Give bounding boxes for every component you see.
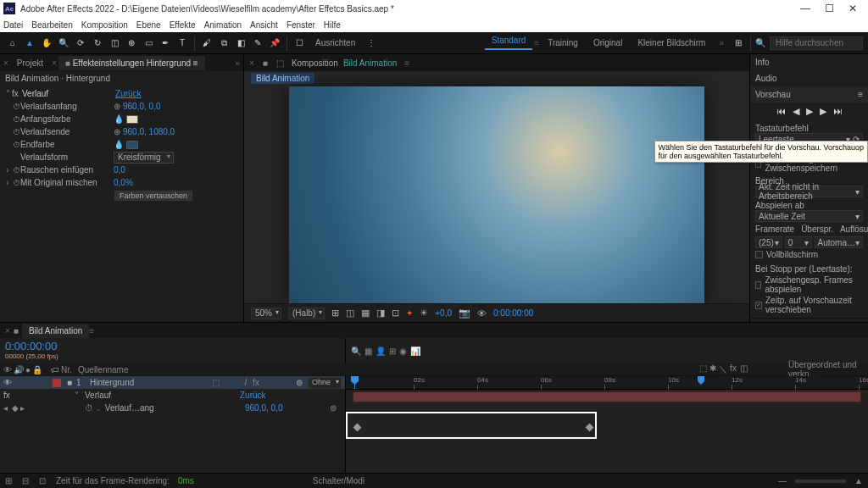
keyframed-prop-name[interactable]: Verlauf…ang bbox=[102, 403, 245, 413]
eraser-tool-icon[interactable]: ◧ bbox=[233, 36, 248, 51]
composition-canvas[interactable] bbox=[289, 86, 704, 303]
layer-color-label[interactable] bbox=[53, 379, 61, 387]
zoom-slider[interactable] bbox=[795, 480, 846, 483]
layer-effect-reset[interactable]: Zurück bbox=[240, 391, 342, 400]
playfrom-select[interactable]: Aktuelle Zeit▾ bbox=[755, 210, 863, 222]
select-verlaufsform[interactable]: Kreisförmig bbox=[114, 152, 174, 164]
preview-res-select[interactable]: Automa…▾ bbox=[815, 236, 863, 248]
menu-ansicht[interactable]: Ansicht bbox=[250, 20, 278, 30]
val-verlaufsanfang[interactable]: 960,0, 0,0 bbox=[123, 102, 160, 111]
workspace-original[interactable]: Original bbox=[587, 38, 629, 47]
effect-reset[interactable]: Zurück bbox=[115, 89, 142, 98]
toggle-modes-icon[interactable]: ⊟ bbox=[22, 476, 29, 485]
val-rauschen[interactable]: 0,0 bbox=[114, 165, 125, 175]
camera-tool-icon[interactable]: ◫ bbox=[107, 36, 122, 51]
comp-tab-name[interactable]: Bild Animation bbox=[343, 58, 397, 68]
show-snapshot-icon[interactable]: 👁 bbox=[477, 308, 487, 319]
menu-fenster[interactable]: Fenster bbox=[287, 20, 315, 30]
tab-projekt[interactable]: Projekt bbox=[10, 56, 50, 70]
stopwatch-icon[interactable]: ⏱ bbox=[12, 141, 20, 149]
zoom-tool-icon[interactable]: 🔍 bbox=[56, 36, 71, 51]
swatch-anfangsfarbe[interactable] bbox=[126, 115, 138, 124]
rotate-tool-icon[interactable]: ↻ bbox=[90, 36, 105, 51]
val-mitoriginal[interactable]: 0,0% bbox=[114, 178, 133, 187]
stopwatch-icon[interactable]: ⏱ bbox=[12, 166, 20, 175]
exposure-icon[interactable]: ☀ bbox=[420, 308, 428, 319]
skip-select[interactable]: 0▾ bbox=[785, 236, 812, 248]
brush-tool-icon[interactable]: 🖌 bbox=[199, 36, 214, 51]
layer-name[interactable]: Hintergrund bbox=[86, 378, 211, 387]
region-icon[interactable]: ▦ bbox=[361, 308, 370, 319]
menu-bearbeiten[interactable]: Bearbeiten bbox=[31, 20, 72, 30]
time-ruler[interactable]: 02s 04s 06s 08s 10s 12s 14s 16s bbox=[346, 376, 868, 390]
work-area-end[interactable] bbox=[698, 376, 704, 385]
rect-tool-icon[interactable]: ▭ bbox=[141, 36, 156, 51]
menu-animation[interactable]: Animation bbox=[204, 20, 242, 30]
guides-icon[interactable]: ⊡ bbox=[392, 308, 399, 319]
preview-panel-header[interactable]: Vorschau≡ bbox=[750, 86, 868, 103]
frame-blend-icon[interactable]: ⊞ bbox=[389, 347, 396, 356]
effect-name[interactable]: Verlauf bbox=[22, 89, 115, 98]
close-button[interactable]: ✕ bbox=[841, 3, 865, 14]
parent-select[interactable]: Ohne bbox=[308, 377, 342, 389]
range-select[interactable]: Akt. Zeit nicht in Arbeitsbereich▾ bbox=[755, 186, 863, 197]
layer-row[interactable]: 👁 ■ 1 Hintergrund ⬚/fx ⊚ Ohne bbox=[0, 376, 345, 389]
comp-breadcrumb[interactable]: Bild Animation bbox=[251, 73, 314, 84]
comp-mini-icon[interactable]: ▦ bbox=[364, 347, 372, 356]
search-layers-icon[interactable]: 🔍 bbox=[351, 347, 361, 356]
layer-effect-name[interactable]: Verlauf bbox=[81, 391, 240, 400]
stopwatch-icon[interactable]: ⏱ bbox=[12, 103, 20, 111]
clone-tool-icon[interactable]: ⧉ bbox=[216, 36, 231, 51]
swatch-endfarbe[interactable] bbox=[126, 141, 138, 149]
roto-tool-icon[interactable]: ✎ bbox=[250, 36, 265, 51]
fullscreen-label[interactable]: Vollbildschirm bbox=[766, 250, 818, 259]
keyframed-prop-value[interactable]: 960,0, 0,0 bbox=[245, 403, 330, 413]
keyframe-icon[interactable] bbox=[353, 424, 362, 432]
lock-column-icon[interactable]: 🔒 bbox=[32, 365, 42, 374]
toggle-switches-icon[interactable]: ⊞ bbox=[5, 476, 12, 485]
stopwatch-icon[interactable]: ⏱ bbox=[12, 128, 20, 136]
composition-viewer[interactable] bbox=[244, 86, 749, 303]
disclosure-icon[interactable]: ˅ bbox=[3, 89, 12, 98]
layer-duration-bar[interactable] bbox=[353, 391, 861, 402]
hand-tool-icon[interactable]: ✋ bbox=[39, 36, 54, 51]
first-frame-icon[interactable]: ⏮ bbox=[776, 106, 786, 117]
help-search-input[interactable] bbox=[770, 36, 863, 50]
play-icon[interactable]: ▶ bbox=[806, 106, 813, 117]
menu-hilfe[interactable]: Hilfe bbox=[324, 20, 341, 30]
stopwatch-icon[interactable]: ⏱ bbox=[12, 179, 20, 187]
prev-frame-icon[interactable]: ◀ bbox=[793, 106, 799, 117]
switches-modes-toggle[interactable]: Schalter/Modi bbox=[313, 476, 364, 485]
timeline-track-area[interactable]: 02s 04s 06s 08s 10s 12s 14s 16s bbox=[346, 376, 868, 473]
add-keyframe-icon[interactable]: ◆ bbox=[12, 403, 20, 413]
keyframe-icon[interactable] bbox=[586, 424, 594, 432]
audio-panel-header[interactable]: Audio bbox=[750, 70, 868, 86]
minimize-button[interactable]: — bbox=[793, 3, 817, 14]
toggle-mask-icon[interactable]: ◫ bbox=[346, 308, 354, 319]
motion-blur-icon[interactable]: ◉ bbox=[399, 347, 407, 356]
effect-row[interactable]: fx ˅ Verlauf Zurück bbox=[0, 389, 345, 402]
zoom-out-icon[interactable]: — bbox=[778, 476, 787, 485]
info-panel-header[interactable]: Info bbox=[750, 54, 868, 70]
cache-frames-label[interactable]: Zwischengesp. Frames abspielen bbox=[765, 275, 863, 294]
workspace-training[interactable]: Training bbox=[541, 38, 585, 47]
zoom-in-icon[interactable]: ▲ bbox=[854, 476, 863, 485]
workspace-standard[interactable]: Standard bbox=[485, 36, 533, 50]
snap-checkbox[interactable]: ☐ bbox=[292, 36, 307, 51]
snapshot-icon[interactable]: 📷 bbox=[459, 308, 470, 319]
prev-keyframe-icon[interactable]: ◂ bbox=[0, 403, 12, 413]
text-tool-icon[interactable]: T bbox=[175, 36, 190, 51]
exposure-value[interactable]: +0,0 bbox=[435, 308, 452, 318]
solo-column-icon[interactable]: ● bbox=[25, 365, 31, 374]
eye-column-icon[interactable]: 👁 bbox=[3, 365, 12, 374]
viewer-time[interactable]: 0:00:00:00 bbox=[493, 308, 533, 318]
menu-ebene[interactable]: Ebene bbox=[136, 20, 161, 30]
audio-column-icon[interactable]: 🔊 bbox=[14, 365, 24, 374]
menu-datei[interactable]: Datei bbox=[3, 20, 23, 30]
move-time-label[interactable]: Zeitp. auf Vorschauzeit verschieben bbox=[765, 296, 863, 314]
selection-tool-icon[interactable]: ▲ bbox=[22, 36, 37, 51]
home-icon[interactable]: ⌂ bbox=[5, 36, 20, 51]
menu-effekte[interactable]: Effekte bbox=[170, 20, 196, 30]
next-keyframe-icon[interactable]: ▸ bbox=[20, 403, 29, 413]
val-verlaufsende[interactable]: 960,0, 1080,0 bbox=[123, 127, 175, 136]
